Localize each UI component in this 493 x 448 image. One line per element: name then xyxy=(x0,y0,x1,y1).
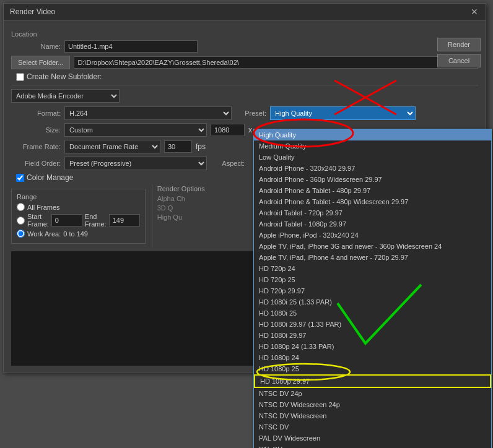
name-label: Name: xyxy=(11,43,61,50)
size-x-label: x xyxy=(248,126,252,134)
format-preset-row: Format: H.264 Preset: High Quality xyxy=(11,106,478,120)
aspect-label: Aspect: xyxy=(211,160,245,167)
start-frame-label: Start Frame: xyxy=(27,213,49,228)
fps-input[interactable] xyxy=(164,140,192,153)
name-row: Name: xyxy=(11,40,478,53)
close-button[interactable]: ✕ xyxy=(469,7,479,16)
framerate-select[interactable]: Document Frame Rate xyxy=(64,140,160,153)
start-frame-radio[interactable] xyxy=(17,217,25,225)
preset-option-5[interactable]: Android Phone & Tablet - 480p 29.97 xyxy=(254,185,491,196)
preset-option-6[interactable]: Android Phone & Tablet - 480p Widescreen… xyxy=(254,196,491,207)
start-frame-row: Start Frame: End Frame: xyxy=(17,213,140,228)
work-area-range: 0 to 149 xyxy=(63,230,88,238)
end-frame-input[interactable] xyxy=(109,214,140,226)
render-button[interactable]: Render xyxy=(437,38,481,51)
preset-option-26[interactable]: NTSC DV xyxy=(254,421,491,433)
encoder-select[interactable]: Adobe Media Encoder xyxy=(11,89,120,103)
work-area-label: Work Area: xyxy=(27,230,61,238)
folder-path-input[interactable] xyxy=(74,56,478,69)
alpha-label: Alpha Ch xyxy=(157,195,194,202)
preset-option-8[interactable]: Android Tablet - 1080p 29.97 xyxy=(254,218,491,230)
fieldorder-label: Field Order: xyxy=(11,160,61,167)
color-manage-checkbox[interactable] xyxy=(16,174,24,182)
preset-option-1[interactable]: Medium Quality xyxy=(254,140,491,152)
range-section: Range All Frames Start Frame: End Frame:… xyxy=(11,189,146,244)
name-input[interactable] xyxy=(64,40,198,53)
preset-option-19[interactable]: HD 1080p 24 (1.33 PAR) xyxy=(254,341,491,352)
size-select[interactable]: Custom xyxy=(64,123,207,137)
preset-option-24[interactable]: NTSC DV Widescreen 24p xyxy=(254,399,491,410)
subfolder-row: Create New Subfolder: xyxy=(11,72,478,81)
action-buttons: Render Cancel xyxy=(437,38,481,67)
create-subfolder-checkbox[interactable] xyxy=(16,73,24,81)
preset-option-25[interactable]: NTSC DV Widescreen xyxy=(254,410,491,421)
cancel-button[interactable]: Cancel xyxy=(437,54,481,67)
size-px-input[interactable] xyxy=(211,124,245,136)
location-section-label: Location xyxy=(11,30,478,38)
start-frame-input[interactable] xyxy=(51,214,82,226)
preset-option-7[interactable]: Android Tablet - 720p 29.97 xyxy=(254,207,491,218)
preset-option-3[interactable]: Android Phone - 320x240 29.97 xyxy=(254,163,491,174)
dialog-title: Render Video xyxy=(10,7,55,16)
fps-label: fps xyxy=(196,142,206,151)
fieldorder-select[interactable]: Preset (Progressive) xyxy=(64,157,207,170)
select-folder-button[interactable]: Select Folder... xyxy=(11,56,70,69)
preset-option-27[interactable]: PAL DV Widescreen xyxy=(254,433,491,444)
range-title: Range xyxy=(17,193,140,200)
preset-option-0[interactable]: High Quality xyxy=(254,129,491,140)
preset-option-15[interactable]: HD 1080i 25 (1.33 PAR) xyxy=(254,296,491,308)
preset-option-17[interactable]: HD 1080i 29.97 (1.33 PAR) xyxy=(254,319,491,330)
preset-option-2[interactable]: Low Quality xyxy=(254,152,491,163)
work-area-row: Work Area: 0 to 149 xyxy=(17,230,140,238)
hq-label: High Qu xyxy=(157,213,194,221)
preset-option-9[interactable]: Apple iPhone, iPod - 320x240 24 xyxy=(254,230,491,241)
preset-option-28[interactable]: PAL DV xyxy=(254,444,491,448)
all-frames-row: All Frames xyxy=(17,203,140,211)
all-frames-radio[interactable] xyxy=(17,203,25,211)
preset-option-10[interactable]: Apple TV, iPad, iPhone 3G and newer - 36… xyxy=(254,241,491,252)
preset-option-12[interactable]: HD 720p 24 xyxy=(254,263,491,274)
preset-option-16[interactable]: HD 1080i 25 xyxy=(254,308,491,319)
framerate-label: Frame Rate: xyxy=(11,143,61,150)
preset-option-18[interactable]: HD 1080i 29.97 xyxy=(254,330,491,341)
format-select[interactable]: H.264 xyxy=(64,106,232,120)
title-bar: Render Video ✕ xyxy=(4,4,486,20)
preset-option-4[interactable]: Android Phone - 360p Widescreen 29.97 xyxy=(254,174,491,185)
preset-option-22[interactable]: HD 1080p 29.97 xyxy=(254,374,491,388)
preset-option-21[interactable]: HD 1080p 25 xyxy=(254,363,491,374)
preset-option-14[interactable]: HD 720p 29.97 xyxy=(254,285,491,296)
preset-label: Preset: xyxy=(235,110,266,117)
preset-dropdown: High QualityMedium QualityLow QualityAnd… xyxy=(253,129,492,448)
preset-option-23[interactable]: NTSC DV 24p xyxy=(254,388,491,399)
threed-label: 3D Q xyxy=(157,204,194,212)
folder-row: Select Folder... xyxy=(11,56,478,69)
size-label: Size: xyxy=(11,126,61,134)
preset-select[interactable]: High Quality xyxy=(270,106,416,120)
format-label: Format: xyxy=(11,110,61,117)
create-subfolder-label: Create New Subfolder: xyxy=(27,72,102,81)
preset-option-13[interactable]: HD 720p 25 xyxy=(254,274,491,285)
preset-option-11[interactable]: Apple TV, iPad, iPhone 4 and newer - 720… xyxy=(254,252,491,263)
color-manage-label: Color Manage xyxy=(27,173,73,182)
all-frames-label: All Frames xyxy=(27,204,60,211)
encoder-row: Adobe Media Encoder xyxy=(11,89,478,103)
preset-option-20[interactable]: HD 1080p 24 xyxy=(254,352,491,363)
work-area-radio[interactable] xyxy=(17,230,25,238)
end-frame-label: End Frame: xyxy=(85,213,107,228)
